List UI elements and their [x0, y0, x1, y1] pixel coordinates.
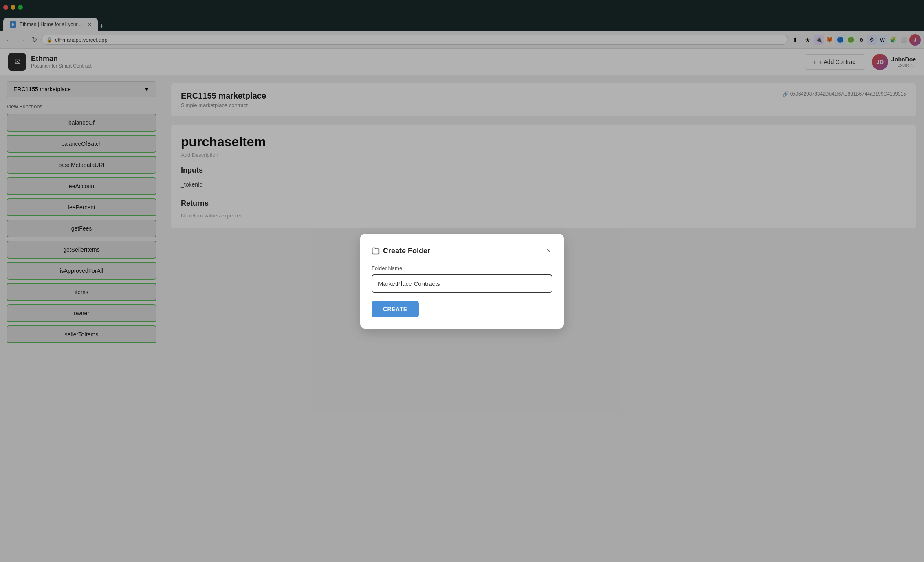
create-folder-button[interactable]: CREATE — [372, 301, 419, 317]
folder-name-input[interactable] — [372, 274, 552, 293]
modal-overlay: Create Folder × Folder Name CREATE — [0, 0, 924, 562]
create-folder-modal: Create Folder × Folder Name CREATE — [360, 234, 564, 329]
modal-close-button[interactable]: × — [545, 245, 552, 257]
modal-header: Create Folder × — [372, 245, 552, 257]
modal-title-text: Create Folder — [383, 247, 430, 255]
modal-title: Create Folder — [372, 247, 430, 255]
folder-icon — [372, 247, 380, 255]
folder-name-label: Folder Name — [372, 265, 552, 271]
